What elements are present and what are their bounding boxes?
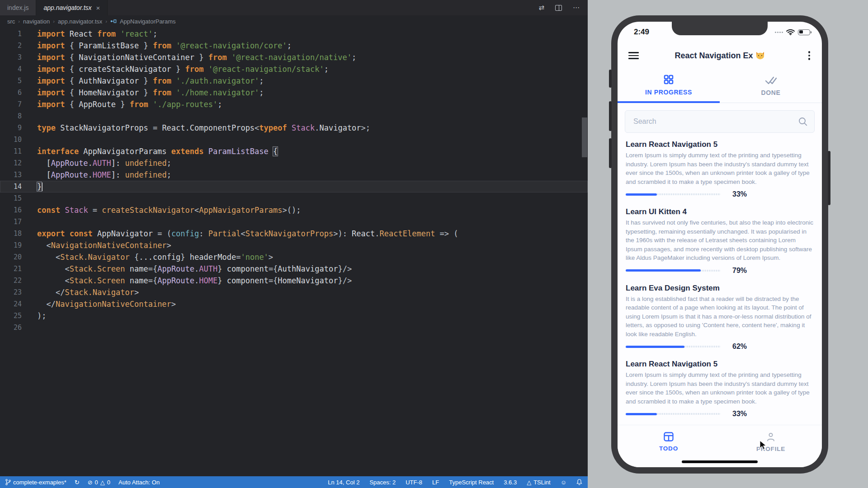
status-bar-item[interactable]: TypeScript React	[449, 479, 494, 486]
code-line[interactable]: 20 <Stack.Navigator {...config} headerMo…	[0, 251, 588, 263]
line-number[interactable]: 15	[0, 192, 22, 204]
tslint-item[interactable]: △ TSLint	[527, 479, 551, 486]
todo-item[interactable]: Learn UI Kitten 4It has survived not onl…	[626, 207, 814, 275]
tab-done[interactable]: DONE	[720, 69, 822, 103]
home-indicator[interactable]	[682, 460, 758, 463]
sync-item[interactable]: ↻	[75, 479, 80, 486]
code-line[interactable]: 18export const AppNavigator = (config: P…	[0, 228, 588, 239]
breadcrumb-item[interactable]: AppNavigatorParams	[120, 18, 176, 25]
auto-attach-item[interactable]: Auto Attach: On	[118, 479, 160, 486]
line-number[interactable]: 12	[0, 157, 22, 169]
silent-switch-button[interactable]	[609, 70, 612, 88]
line-number[interactable]: 9	[0, 122, 22, 134]
line-number[interactable]: 11	[0, 145, 22, 157]
code-line[interactable]: 15	[0, 192, 588, 204]
code-line[interactable]: 16const Stack = createStackNavigator<App…	[0, 204, 588, 216]
line-number[interactable]: 23	[0, 286, 22, 298]
todo-title: Learn UI Kitten 4	[626, 207, 814, 216]
code-line[interactable]: 22 <Stack.Screen name={AppRoute.HOME} co…	[0, 275, 588, 286]
status-bar-item[interactable]: LF	[432, 479, 439, 486]
tab-app-navigator[interactable]: app.navigator.tsx ×	[36, 0, 108, 15]
line-number[interactable]: 1	[0, 28, 22, 40]
line-content	[22, 134, 37, 145]
line-number[interactable]: 5	[0, 75, 22, 87]
line-number[interactable]: 2	[0, 40, 22, 52]
feedback-smiley-icon[interactable]: ☺	[561, 479, 566, 486]
todo-item[interactable]: Learn React Navigation 5Lorem Ipsum is s…	[626, 360, 814, 418]
line-number[interactable]: 19	[0, 239, 22, 251]
status-bar-item[interactable]: UTF-8	[406, 479, 422, 486]
line-number[interactable]: 10	[0, 134, 22, 145]
todo-item[interactable]: Learn React Navigation 5Lorem Ipsum is s…	[626, 140, 814, 198]
code-line[interactable]: 6import { HomeNavigator } from './home.n…	[0, 87, 588, 99]
line-number[interactable]: 16	[0, 204, 22, 216]
code-line[interactable]: 3import { NavigationNativeContainer } fr…	[0, 52, 588, 63]
volume-up-button[interactable]	[609, 101, 612, 131]
code-line[interactable]: 14}	[0, 181, 588, 192]
git-branch-item[interactable]: complete-exmaples*	[5, 479, 66, 486]
line-number[interactable]: 14	[0, 181, 22, 192]
todo-item[interactable]: Learn Eva Design SystemIt is a long esta…	[626, 284, 814, 351]
line-number[interactable]: 17	[0, 216, 22, 228]
tab-index-js[interactable]: index.js	[0, 0, 36, 15]
line-number[interactable]: 3	[0, 52, 22, 63]
code-line[interactable]: 25);	[0, 310, 588, 322]
status-bar-item[interactable]: Spaces: 2	[369, 479, 396, 486]
volume-down-button[interactable]	[609, 138, 612, 168]
code-line[interactable]: 11interface AppNavigatorParams extends P…	[0, 145, 588, 157]
code-line[interactable]: 4import { createStackNavigator } from '@…	[0, 63, 588, 75]
status-bar-item[interactable]: Ln 14, Col 2	[328, 479, 359, 486]
code-line[interactable]: 10	[0, 134, 588, 145]
code-line[interactable]: 7import { AppRoute } from './app-routes'…	[0, 99, 588, 110]
line-content: <Stack.Navigator {...config} headerMode=…	[22, 251, 273, 263]
breadcrumb-item[interactable]: src	[7, 18, 15, 25]
close-icon[interactable]: ×	[96, 5, 100, 11]
line-number[interactable]: 13	[0, 169, 22, 181]
line-content: type StackNavigatorProps = React.Compone…	[22, 122, 370, 134]
search-icon[interactable]	[798, 117, 808, 127]
code-line[interactable]: 13 [AppRoute.HOME]: undefined;	[0, 169, 588, 181]
breadcrumb-item[interactable]: navigation	[23, 18, 50, 25]
code-line[interactable]: 17	[0, 216, 588, 228]
code-line[interactable]: 26	[0, 322, 588, 333]
code-line[interactable]: 8	[0, 110, 588, 122]
line-number[interactable]: 20	[0, 251, 22, 263]
progress-percent: 62%	[732, 343, 747, 351]
line-number[interactable]: 8	[0, 110, 22, 122]
layout-toggle-icon[interactable]: ⇄	[538, 4, 544, 12]
breadcrumb-item[interactable]: app.navigator.tsx	[58, 18, 102, 25]
symbol-interface-icon	[110, 19, 117, 24]
editor-tab-bar: index.js app.navigator.tsx × ⇄ ⋯	[0, 0, 588, 15]
line-number[interactable]: 25	[0, 310, 22, 322]
more-actions-icon[interactable]: ⋯	[573, 4, 580, 12]
code-line[interactable]: 1import React from 'react';	[0, 28, 588, 40]
notifications-bell-item[interactable]	[576, 479, 582, 485]
line-number[interactable]: 26	[0, 322, 22, 333]
code-line[interactable]: 21 <Stack.Screen name={AppRoute.AUTH} co…	[0, 263, 588, 275]
code-line[interactable]: 2import { ParamListBase } from '@react-n…	[0, 40, 588, 52]
code-line[interactable]: 12 [AppRoute.AUTH]: undefined;	[0, 157, 588, 169]
line-number[interactable]: 21	[0, 263, 22, 275]
line-content: <Stack.Screen name={AppRoute.AUTH} compo…	[22, 263, 352, 275]
phone-notch	[672, 22, 768, 35]
line-number[interactable]: 18	[0, 228, 22, 239]
code-line[interactable]: 9type StackNavigatorProps = React.Compon…	[0, 122, 588, 134]
code-line[interactable]: 24 </NavigationNativeContainer>	[0, 298, 588, 310]
line-number[interactable]: 7	[0, 99, 22, 110]
line-number[interactable]: 6	[0, 87, 22, 99]
line-number[interactable]: 24	[0, 298, 22, 310]
code-area[interactable]: 1import React from 'react';2import { Par…	[0, 27, 588, 477]
line-number[interactable]: 22	[0, 275, 22, 286]
code-line[interactable]: 5import { AuthNavigator } from './auth.n…	[0, 75, 588, 87]
line-number[interactable]: 4	[0, 63, 22, 75]
code-line[interactable]: 23 </Stack.Navigator>	[0, 286, 588, 298]
status-bar-item[interactable]: 3.6.3	[504, 479, 517, 486]
editor-scrollbar[interactable]	[582, 117, 587, 157]
problems-item[interactable]: ⊘ 0 △ 0	[88, 479, 110, 486]
tab-in-progress[interactable]: IN PROGRESS	[618, 69, 720, 103]
split-editor-icon[interactable]	[555, 5, 562, 11]
bottom-tab-label: TODO	[659, 445, 678, 452]
search-input[interactable]: Search	[625, 110, 815, 133]
power-button[interactable]	[828, 151, 830, 205]
code-line[interactable]: 19 <NavigationNativeContainer>	[0, 239, 588, 251]
